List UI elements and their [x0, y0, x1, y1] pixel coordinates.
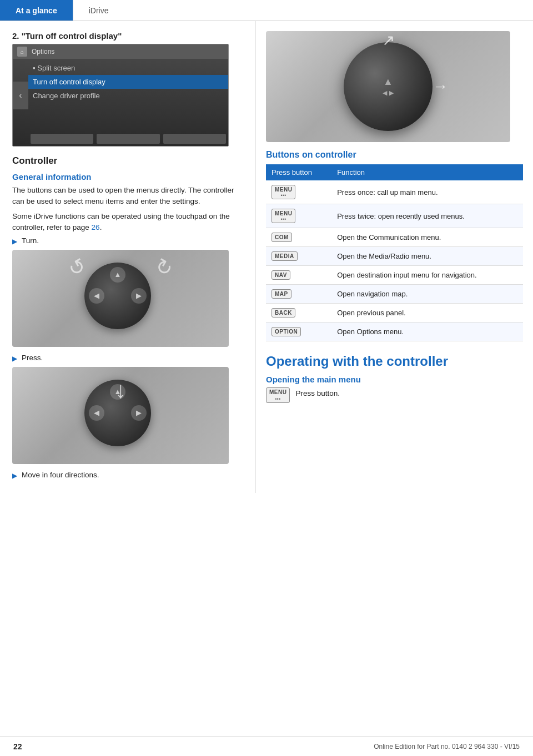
- controller-top-center: ▲◀ ▶: [383, 77, 393, 97]
- right-arrow-icon: →: [433, 78, 448, 95]
- button-chip: BACK: [271, 308, 295, 317]
- tab-at-a-glance-label: At a glance: [16, 6, 57, 15]
- arrow-icon-press: ▶: [12, 355, 17, 362]
- screen-menu-label: Options: [32, 48, 54, 56]
- operating-heading: Operating with the controller: [266, 354, 523, 369]
- profile-label: Change driver profile: [33, 92, 100, 100]
- table-cell-button: MEDIA: [266, 247, 331, 266]
- screen-menu-bar: ⌂ Options: [13, 44, 228, 59]
- screen-bottom-bar-2: [97, 134, 159, 144]
- screen-inner: ⌂ Options ▪ Split screen Turn off contro…: [13, 44, 228, 146]
- main-content: 2. "Turn off control display" ⌂ Options …: [0, 21, 533, 493]
- screen-item-split: ▪ Split screen: [28, 61, 228, 75]
- table-row: OPTIONOpen Options menu.: [266, 322, 523, 341]
- table-row: COMOpen the Communication menu.: [266, 228, 523, 247]
- opening-row: MENU▪▪▪ Press button.: [266, 387, 523, 403]
- button-chip: COM: [271, 233, 292, 242]
- buttons-heading: Buttons on controller: [266, 150, 523, 160]
- arrow-turn-label: Turn.: [22, 236, 39, 245]
- screen-item-turnoff: Turn off control display: [28, 75, 228, 89]
- right-column: ▲◀ ▶ ↗ → Buttons on controller Press but…: [255, 21, 533, 493]
- tab-idrive-label: iDrive: [89, 6, 109, 15]
- table-row: MEDIAOpen the Media/Radio menu.: [266, 247, 523, 266]
- ctrl-arrow-left: ◀: [89, 288, 104, 304]
- screen-bottom-bar-3: [163, 134, 226, 144]
- screen-bottom-bar-1: [31, 134, 93, 144]
- buttons-table: Press button Function MENU▪▪▪Press once:…: [266, 164, 523, 341]
- table-cell-function: Open navigation map.: [331, 285, 523, 304]
- opening-menu-chip: MENU▪▪▪: [266, 387, 290, 403]
- tab-at-a-glance[interactable]: At a glance: [0, 0, 73, 21]
- table-cell-function: Open previous panel.: [331, 304, 523, 322]
- table-cell-function: Open the Media/Radio menu.: [331, 247, 523, 266]
- screen-mockup: ⌂ Options ▪ Split screen Turn off contro…: [12, 44, 229, 147]
- screen-item-profile: Change driver profile: [28, 89, 228, 103]
- table-cell-function: Open destination input menu for navigati…: [331, 266, 523, 285]
- opening-menu-heading: Opening the main menu: [266, 375, 523, 384]
- table-cell-function: Open the Communication menu.: [331, 228, 523, 247]
- table-header-row: Press button Function: [266, 164, 523, 180]
- screen-left-arrow: ‹: [13, 82, 28, 109]
- general-info-text2-main: Some iDrive functions can be operated us…: [12, 212, 230, 231]
- arrow-press-label: Press.: [22, 354, 43, 362]
- controller-heading: Controller: [12, 155, 243, 167]
- table-cell-button: NAV: [266, 266, 331, 285]
- col-press-button: Press button: [266, 164, 331, 180]
- general-info-text2: Some iDrive functions can be operated us…: [12, 211, 243, 234]
- table-cell-button: BACK: [266, 304, 331, 322]
- step-num: 2.: [12, 31, 19, 41]
- controller-image-turn: ▲ ▶ ◀ ↺ ↻: [12, 250, 229, 347]
- table-row: BACKOpen previous panel.: [266, 304, 523, 322]
- screen-menu-items: ▪ Split screen Turn off control display …: [13, 59, 228, 103]
- page-number: 22: [13, 742, 22, 751]
- left-column: 2. "Turn off control display" ⌂ Options …: [0, 21, 255, 493]
- controller-arrows-turn: ▲ ▶ ◀: [84, 263, 151, 329]
- table-cell-button: OPTION: [266, 322, 331, 341]
- ctrl-arrow-right: ▶: [131, 288, 147, 304]
- general-info-text1: The buttons can be used to open the menu…: [12, 185, 243, 208]
- button-chip: MEDIA: [271, 251, 298, 261]
- controller-top-image: ▲◀ ▶ ↗ →: [266, 31, 510, 142]
- table-row: MAPOpen navigation map.: [266, 285, 523, 304]
- tab-idrive[interactable]: iDrive: [73, 0, 124, 21]
- button-chip: MENU▪▪▪: [271, 209, 295, 223]
- button-chip: NAV: [271, 270, 290, 280]
- table-cell-function: Open Options menu.: [331, 322, 523, 341]
- table-cell-button: MENU▪▪▪: [266, 180, 331, 204]
- edition-text: Online Edition for Part no. 0140 2 964 3…: [374, 743, 520, 750]
- ctrl-arrow-right2: ▶: [131, 405, 147, 421]
- ctrl-arrow-left2: ◀: [89, 405, 104, 421]
- footer: 22 Online Edition for Part no. 0140 2 96…: [0, 736, 533, 756]
- button-chip: MENU▪▪▪: [271, 185, 295, 199]
- controller-top-disc: ▲◀ ▶: [344, 42, 433, 131]
- split-screen-label: Split screen: [37, 64, 75, 72]
- table-cell-function: Press once: call up main menu.: [331, 180, 523, 204]
- top-arrow-icon: ↗: [382, 31, 395, 49]
- arrow-item-move: ▶ Move in four directions.: [12, 471, 243, 480]
- header: At a glance iDrive: [0, 0, 533, 21]
- table-row: MENU▪▪▪Press once: call up main menu.: [266, 180, 523, 204]
- table-row: MENU▪▪▪Press twice: open recently used m…: [266, 204, 523, 228]
- arrow-icon-turn: ▶: [12, 238, 17, 245]
- opening-menu-text: Press button.: [295, 388, 340, 399]
- controller-image-press: ▲ ▶ ◀ ↓: [12, 367, 229, 464]
- table-cell-button: MENU▪▪▪: [266, 204, 331, 228]
- screen-bottom-area: [28, 115, 228, 146]
- button-chip: OPTION: [271, 327, 301, 336]
- arrow-move-label: Move in four directions.: [22, 471, 99, 479]
- table-row: NAVOpen destination input menu for navig…: [266, 266, 523, 285]
- step-number: 2. "Turn off control display": [12, 31, 243, 41]
- col-function: Function: [331, 164, 523, 180]
- table-cell-button: COM: [266, 228, 331, 247]
- ctrl-arrow-top: ▲: [110, 267, 125, 283]
- split-screen-icon: ▪: [33, 64, 37, 72]
- page-link[interactable]: 26: [92, 223, 100, 231]
- home-icon: ⌂: [17, 47, 27, 57]
- controller-disc-turn: ▲ ▶ ◀: [84, 263, 151, 329]
- arrow-item-turn: ▶ Turn.: [12, 236, 243, 245]
- turnoff-label: Turn off control display: [33, 78, 105, 86]
- button-chip: MAP: [271, 289, 291, 299]
- table-cell-function: Press twice: open recently used menus.: [331, 204, 523, 228]
- table-cell-button: MAP: [266, 285, 331, 304]
- arrow-item-press: ▶ Press.: [12, 354, 243, 362]
